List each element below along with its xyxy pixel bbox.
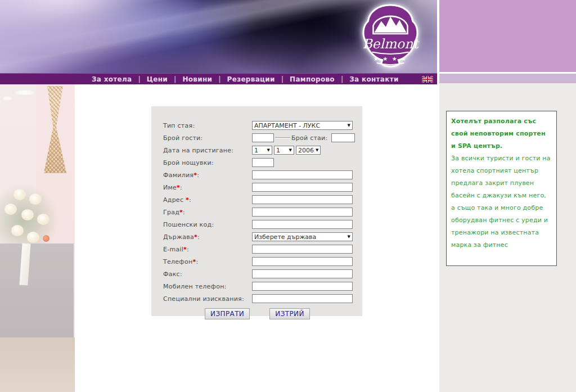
field-label: Фамилия*: <box>163 172 252 179</box>
field-label: Държава*: <box>163 233 252 241</box>
white-rose <box>27 232 39 243</box>
field-label: Адрес *: <box>163 196 252 204</box>
arrival-year-value: 2006 <box>298 147 314 154</box>
dropdown-arrow-icon: ▼ <box>316 148 318 152</box>
spa-info-heading: Хотелът разполага със свой неповторим сп… <box>451 115 552 152</box>
field-label: Специални изисквания: <box>163 295 252 303</box>
nav-item-1[interactable]: За хотела <box>92 75 132 83</box>
rooms-label: Брой стаи: <box>291 134 327 142</box>
arrival-day-value: 1 <box>254 147 258 154</box>
text-input[interactable] <box>252 208 353 217</box>
required-asterisk: * <box>186 196 189 204</box>
main-navigation: За хотела|Цени|Новини|Резервации|Пампоро… <box>0 73 437 84</box>
form-row: Адрес *: <box>163 193 362 206</box>
spa-info-text: Хотелът разполага със свой неповторим сп… <box>451 115 552 251</box>
text-input[interactable] <box>252 220 353 229</box>
text-input[interactable] <box>252 257 353 266</box>
form-row-room-type: Тип стая: АПАРТАМЕНТ - ЛУКС ▼ <box>163 119 362 132</box>
nav-item-4[interactable]: Резервации <box>227 75 275 83</box>
ceiling-light <box>1 96 14 101</box>
text-input[interactable] <box>252 183 353 192</box>
form-row: Име*: <box>163 181 362 193</box>
nav-item-6[interactable]: За контакти <box>349 75 398 83</box>
field-label: Име*: <box>163 184 252 191</box>
dropdown-arrow-icon: ▼ <box>289 148 292 152</box>
form-row: Държава*:Изберете държава▼ <box>163 231 362 243</box>
arrival-month-select[interactable]: 1 ▼ <box>274 146 294 155</box>
white-rose <box>29 193 42 205</box>
form-row-arrival-date: Дата на пристигане: 1 ▼ 1 ▼ 2006 ▼ <box>163 144 362 156</box>
arrival-year-select[interactable]: 2006 ▼ <box>296 146 321 155</box>
country-select[interactable]: Изберете държава▼ <box>252 232 353 241</box>
nav-separator: | <box>341 75 343 83</box>
field-label: Град*: <box>163 209 252 216</box>
nav-separator: | <box>174 75 176 83</box>
form-row: Фамилия*: <box>163 169 362 181</box>
header-right-mauve-block <box>439 0 576 72</box>
required-asterisk: * <box>194 172 197 179</box>
photo-floor <box>0 337 75 392</box>
form-row: Мобилен телефон: <box>163 280 362 292</box>
belmont-logo: Belmont ★ ★ ★ ★ <box>356 3 425 71</box>
nav-separator: | <box>281 75 284 83</box>
nav-item-5[interactable]: Пампорово <box>290 75 335 83</box>
room-type-value: АПАРТАМЕНТ - ЛУКС <box>254 122 320 129</box>
page: Belmont ★ ★ ★ ★ За хотела|Цени|Новини|Ре… <box>0 0 576 392</box>
reception-counter <box>0 244 74 337</box>
form-row: Специални изисквания: <box>163 292 362 305</box>
arrival-month-value: 1 <box>276 147 280 154</box>
spa-info-panel: Хотелът разполага със свой неповторим сп… <box>446 111 557 266</box>
field-label: Телефон*: <box>163 258 252 265</box>
nav-separator: | <box>138 75 140 83</box>
form-row: Телефон*: <box>163 255 362 268</box>
clear-button[interactable]: ИЗТРИЙ <box>269 308 310 319</box>
text-input[interactable] <box>252 282 353 291</box>
uk-flag-icon[interactable] <box>422 76 433 83</box>
text-input[interactable] <box>252 294 353 303</box>
ceiling-light <box>12 89 37 96</box>
nav-menu: За хотела|Цени|Новини|Резервации|Пампоро… <box>89 75 402 83</box>
logo-wordmark: Belmont <box>362 36 420 52</box>
form-row: E-mail*: <box>163 243 362 255</box>
form-row-guests: Брой гости: Брой стаи: <box>163 132 362 144</box>
nights-input[interactable] <box>252 158 274 167</box>
logo-stars: ★ ★ ★ ★ <box>374 56 407 62</box>
country-select-value: Изберете държава <box>254 233 316 241</box>
white-rose <box>11 225 24 236</box>
field-label: E-mail*: <box>163 246 252 253</box>
field-label: Пошенски код: <box>163 221 252 228</box>
field-label: Факс: <box>163 271 252 278</box>
header-right-purple-band <box>439 74 576 83</box>
white-rose <box>4 204 17 215</box>
form-row: Факс: <box>163 268 362 280</box>
form-row: Пошенски код: <box>163 218 362 231</box>
form-text-rows: Фамилия*:Име*:Адрес *:Град*:Пошенски код… <box>163 169 362 305</box>
dropdown-arrow-icon: ▼ <box>267 148 270 152</box>
nav-item-3[interactable]: Новини <box>182 75 212 83</box>
spa-info-body: За всички туристи и гости на хотела спор… <box>451 155 551 249</box>
required-asterisk: * <box>177 184 180 191</box>
white-rose <box>37 214 50 225</box>
white-rose <box>14 189 26 200</box>
reservation-form: Тип стая: АПАРТАМЕНТ - ЛУКС ▼ Брой гости… <box>151 106 362 316</box>
form-row: Град*: <box>163 206 362 218</box>
guests-label: Брой гости: <box>163 134 252 142</box>
required-asterisk: * <box>194 233 197 241</box>
text-input[interactable] <box>252 245 353 254</box>
room-type-select[interactable]: АПАРТАМЕНТ - ЛУКС ▼ <box>252 121 353 130</box>
nav-item-2[interactable]: Цени <box>147 75 168 83</box>
white-rose <box>21 209 34 220</box>
rooms-input[interactable] <box>331 133 355 142</box>
arrival-day-select[interactable]: 1 ▼ <box>252 146 272 155</box>
required-asterisk: * <box>192 258 196 265</box>
field-label: Мобилен телефон: <box>163 283 252 290</box>
arrival-date-label: Дата на пристигане: <box>163 147 252 154</box>
text-input[interactable] <box>252 269 353 278</box>
form-row-nights: Брой нощувки: <box>163 156 362 169</box>
guests-input[interactable] <box>252 133 274 142</box>
text-input[interactable] <box>252 170 353 179</box>
nav-separator: | <box>218 75 220 83</box>
submit-button[interactable]: ИЗПРАТИ <box>205 308 250 319</box>
text-input[interactable] <box>252 195 353 204</box>
lobby-photo <box>0 84 75 392</box>
